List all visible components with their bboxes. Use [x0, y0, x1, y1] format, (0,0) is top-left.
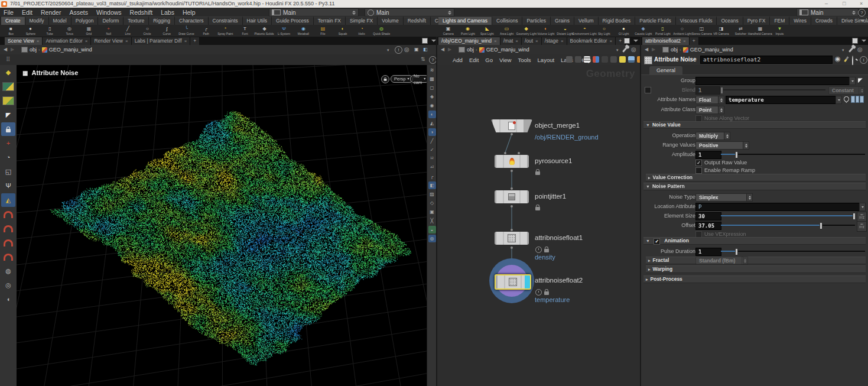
network-menu-edit[interactable]: Edit — [469, 57, 479, 63]
gear-icon[interactable]: ◉ — [835, 56, 841, 62]
close-icon[interactable]: × — [515, 37, 518, 45]
shelf-tab-particle-fluids[interactable]: Particle Fluids — [635, 17, 675, 25]
forward-icon[interactable]: ▶ — [448, 47, 451, 52]
tab-general[interactable]: General — [649, 66, 682, 74]
maximize-button[interactable]: □ — [843, 0, 846, 8]
radial-menu-icon[interactable]: ◎ — [857, 46, 863, 53]
menu-windows[interactable]: Windows — [96, 9, 122, 16]
display-texture-icon[interactable]: ▨ — [428, 190, 436, 198]
offset-input[interactable]: 37.05 — [695, 222, 721, 230]
display-shade-icon[interactable]: ◑ — [428, 128, 436, 136]
menu-labs[interactable]: Labs — [161, 9, 174, 16]
shelf-tab-wires[interactable]: Wires — [789, 17, 811, 25]
breadcrumb-node[interactable]: GEO_manju_wind — [486, 47, 529, 53]
node-label[interactable]: object_merge1 — [535, 122, 580, 129]
shelf-tool-caustic-light[interactable]: ◈Caustic Light — [633, 25, 653, 37]
shelf-tool-camera[interactable]: ▣Camera — [438, 25, 458, 37]
close-button[interactable]: × — [860, 0, 863, 8]
close-icon[interactable]: × — [561, 37, 564, 45]
radial-menu-icon[interactable]: ◎ — [631, 46, 636, 53]
display-crosshair-icon[interactable]: ╳ — [428, 217, 436, 225]
breadcrumb[interactable]: obj › GEO_manju_wind — [662, 46, 733, 53]
shelf-tool-torus[interactable]: ◎Torus — [60, 25, 79, 37]
display-volume-icon[interactable]: ▣ — [428, 208, 436, 216]
right-desktop-selector[interactable]: Main — [797, 8, 859, 17]
forward-icon[interactable]: ▶ — [11, 47, 14, 52]
display-particles-icon[interactable]: ◇ — [428, 199, 436, 207]
shelf-tool-stereo-camera[interactable]: ◫Stereo Camera — [692, 25, 711, 37]
shelf-tab-lights-and-cameras[interactable]: Lights and Cameras — [438, 17, 492, 25]
layout-icon[interactable] — [610, 56, 617, 63]
amplitude-input[interactable]: 1 — [695, 151, 721, 159]
display-bulb-icon[interactable]: ◐ — [428, 111, 436, 118]
network-menu-add[interactable]: Add — [453, 57, 463, 63]
display-lock-icon[interactable]: ◻ — [428, 84, 436, 92]
breadcrumb[interactable]: obj › GEO_manju_wind — [459, 46, 529, 53]
shelf-tool-portal-light[interactable]: ▯Portal Light — [653, 25, 672, 37]
pane-menu-icon[interactable] — [862, 40, 866, 42]
close-icon[interactable]: × — [37, 37, 40, 45]
shelf-tool-path[interactable]: ╭Path — [196, 25, 216, 37]
pane-tab-bookmark-editor[interactable]: Bookmark Editor× — [567, 37, 616, 45]
shelf-tool-tube[interactable]: ▯Tube — [40, 25, 60, 37]
display-points-icon[interactable]: ▩ — [428, 75, 436, 83]
close-icon[interactable]: × — [494, 37, 497, 45]
shelf-tool-volume-light[interactable]: ◐Volume Light — [536, 25, 555, 37]
node-pyrosource1[interactable] — [495, 155, 529, 168]
shelf-tab-particles[interactable]: Particles — [522, 17, 551, 25]
display-wire-icon[interactable]: ╱ — [428, 137, 436, 145]
blend-enable-checkbox[interactable] — [645, 87, 651, 93]
animation-checkbox[interactable] — [654, 238, 660, 245]
back-icon[interactable]: ◀ — [4, 47, 7, 52]
breadcrumb[interactable]: obj › GEO_manju_wind — [21, 46, 92, 53]
location-pin-icon[interactable] — [843, 95, 850, 103]
close-icon[interactable]: × — [125, 37, 128, 45]
network-editor[interactable]: Geometry object_merge1/obj/RENDER_ground… — [437, 65, 640, 386]
shelf-tool-squab[interactable]: ◖Squab — [333, 25, 352, 37]
left-pane-tab-icons[interactable] — [422, 38, 436, 44]
menu-assets[interactable]: Assets — [69, 9, 88, 16]
shelf-tool-gi-light[interactable]: ●GI Light — [614, 25, 633, 37]
network-menu-view[interactable]: View — [499, 57, 511, 63]
new-pane-tab-button[interactable]: + — [190, 37, 200, 45]
section-warping[interactable]: ▸Warping — [646, 265, 866, 273]
offset-slider[interactable] — [721, 222, 855, 229]
shelf-tab-simple-fx[interactable]: Simple FX — [346, 17, 378, 25]
back-icon[interactable]: ◀ — [441, 47, 444, 52]
output-raw-value-checkbox[interactable] — [695, 160, 702, 166]
pane-tab-out[interactable]: /out× — [522, 37, 542, 45]
list-view-icon[interactable] — [584, 56, 590, 63]
snapshot-a-icon[interactable] — [1, 80, 15, 93]
shelf-tab-guide-process[interactable]: Guide Process — [272, 17, 314, 25]
shelf-tool-point-light[interactable]: ◉Point Light — [458, 25, 477, 37]
shelf-tool-l-system[interactable]: ΨL-System — [274, 25, 294, 37]
node-label[interactable]: pyrosource1 — [535, 157, 572, 164]
shelf-tab-collisions[interactable]: Collisions — [492, 17, 522, 25]
shelf-tool-vr-camera[interactable]: ◨VR Camera — [711, 25, 731, 37]
attribute-type-spinner[interactable] — [718, 96, 724, 104]
camera-lock-icon[interactable] — [381, 75, 389, 83]
shelf-tab-rigging[interactable]: Rigging — [149, 17, 175, 25]
fractal-type-spinner[interactable] — [742, 257, 748, 265]
pane-tab-attribnoisefloat2[interactable]: attribnoisefloat2× — [642, 37, 690, 45]
shelf-tool-file[interactable]: ▤File — [313, 25, 333, 37]
customize-toolbar-icon[interactable] — [566, 56, 573, 63]
pane-tab-scene-view[interactable]: Scene View× — [5, 37, 43, 45]
node-label[interactable]: attribnoisefloat1 — [535, 234, 583, 241]
brush-icon[interactable] — [844, 56, 849, 62]
select-arrow-icon[interactable]: ◤ — [858, 77, 863, 83]
enable-remap-ramp-checkbox[interactable] — [695, 167, 702, 174]
group-dropdown-icon[interactable] — [849, 77, 856, 85]
blend-input[interactable]: 1 — [695, 86, 720, 95]
camera-select-menu[interactable]: No cam ▾ — [410, 75, 427, 83]
shelf-tab-oceans[interactable]: Oceans — [717, 17, 743, 25]
attribute-type-dropdown[interactable]: Float — [695, 96, 720, 104]
section-noise-pattern[interactable]: ▼Noise Pattern — [643, 183, 866, 190]
pane-tab-stage[interactable]: /stage× — [542, 37, 567, 45]
pane-tab-mat[interactable]: /mat× — [500, 37, 522, 45]
shelf-tab-grains[interactable]: Grains — [551, 17, 574, 25]
attribute-name-input[interactable]: temperature — [726, 96, 837, 104]
shelf-tool-sphere[interactable]: ●Sphere — [21, 25, 40, 37]
pane-tab-animation-editor[interactable]: Animation Editor× — [43, 37, 91, 45]
menu-redshift[interactable]: Redshift — [130, 9, 153, 16]
